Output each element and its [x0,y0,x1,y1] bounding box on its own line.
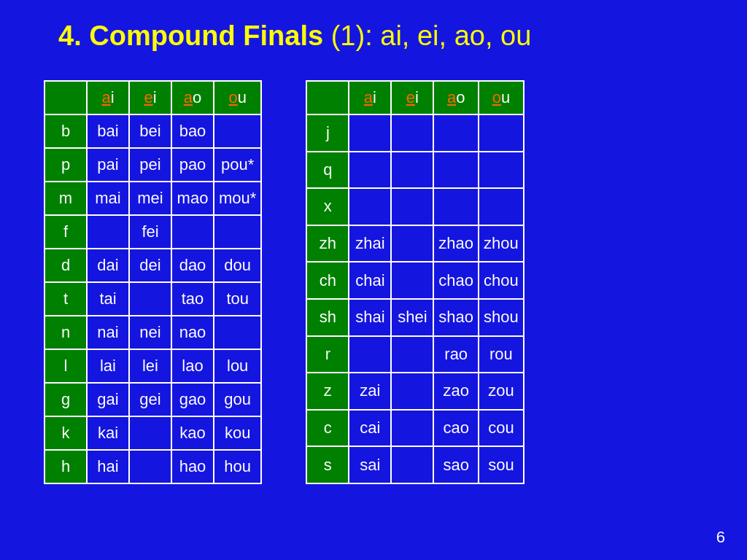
content-cell: chai [349,262,391,299]
tables-container: ai ei ao ou bbaibeibaoppaipeipaopou*mmai… [44,80,525,484]
header-ou-left: ou [214,81,261,114]
row-label: n [44,316,87,349]
content-cell [391,114,433,152]
content-cell: mei [129,182,171,215]
content-cell [391,446,433,483]
content-cell [433,188,479,225]
table-row: ffei [44,215,261,249]
table-row: j [306,114,523,152]
content-cell: rao [433,336,479,373]
header-ei-right: ei [391,81,433,114]
content-cell: zou [479,373,524,410]
row-label: j [306,114,349,152]
content-cell [349,188,391,225]
header-ei-left: ei [129,81,171,114]
table-left: ai ei ao ou bbaibeibaoppaipeipaopou*mmai… [44,80,262,484]
table-row: hhaihaohou [44,450,261,483]
content-cell: kao [171,416,214,450]
content-cell: shei [391,299,433,336]
content-cell: dou [214,249,261,282]
header-ou-right: ou [479,81,524,114]
content-cell [391,336,433,373]
content-cell [433,114,479,152]
table-row: ssaisaosou [306,446,523,483]
content-cell: sao [433,446,479,483]
row-label: h [44,450,87,483]
content-cell: mao [171,182,214,215]
table-row: x [306,188,523,225]
row-label: z [306,373,349,410]
content-cell: hao [171,450,214,483]
header-ai-left: ai [87,81,129,114]
page-number: 6 [716,528,725,547]
content-cell [391,262,433,299]
content-cell: zao [433,373,479,410]
row-label: ch [306,262,349,299]
content-cell: cai [349,410,391,447]
content-cell: nei [129,316,171,349]
row-label: d [44,249,87,282]
content-cell: bao [171,114,214,148]
content-cell: tou [214,282,261,316]
content-cell: pou* [214,148,261,182]
row-label: k [44,416,87,450]
row-label: c [306,410,349,447]
content-cell: shai [349,299,391,336]
content-cell: shao [433,299,479,336]
row-label: zh [306,225,349,262]
content-cell [433,152,479,189]
content-cell: chou [479,262,524,299]
content-cell: kai [87,416,129,450]
content-cell: cou [479,410,524,447]
content-cell [479,188,524,225]
content-cell [349,152,391,189]
row-label: r [306,336,349,373]
table-row: mmaimeimaomou* [44,182,261,215]
table-right: ai ei ao ou jqxzhzhaizhaozhouchchaichaoc… [306,80,524,484]
content-cell: dai [87,249,129,282]
content-cell: dao [171,249,214,282]
header-ao-right: ao [433,81,479,114]
content-cell: lei [129,349,171,383]
content-cell: hai [87,450,129,483]
table-row: shshaisheishaoshou [306,299,523,336]
content-cell [214,215,261,249]
content-cell: dei [129,249,171,282]
table-row: zzaizaozou [306,373,523,410]
table-row: nnaineinao [44,316,261,349]
content-cell: zhao [433,225,479,262]
content-cell: kou [214,416,261,450]
table-row: ccaicaocou [306,410,523,447]
table-row: kkaikaokou [44,416,261,450]
row-label: sh [306,299,349,336]
content-cell: chao [433,262,479,299]
row-label: b [44,114,87,148]
table-row: ppaipeipaopou* [44,148,261,182]
content-cell: mou* [214,182,261,215]
row-label: q [306,152,349,189]
content-cell [214,114,261,148]
content-cell [391,373,433,410]
content-cell: fei [129,215,171,249]
content-cell: hou [214,450,261,483]
row-label: s [306,446,349,483]
content-cell [391,225,433,262]
content-cell: bei [129,114,171,148]
table-row: rraorou [306,336,523,373]
content-cell [391,410,433,447]
content-cell: gou [214,383,261,416]
content-cell [391,188,433,225]
table-row: chchaichaochou [306,262,523,299]
content-cell [479,152,524,189]
content-cell: tao [171,282,214,316]
header-empty-right [306,81,349,114]
header-ao-left: ao [171,81,214,114]
content-cell [171,215,214,249]
row-label: g [44,383,87,416]
content-cell: gao [171,383,214,416]
content-cell: nai [87,316,129,349]
title-subtitle: (1): ai, ei, ao, ou [331,20,532,51]
content-cell: gei [129,383,171,416]
content-cell [87,215,129,249]
content-cell: rou [479,336,524,373]
